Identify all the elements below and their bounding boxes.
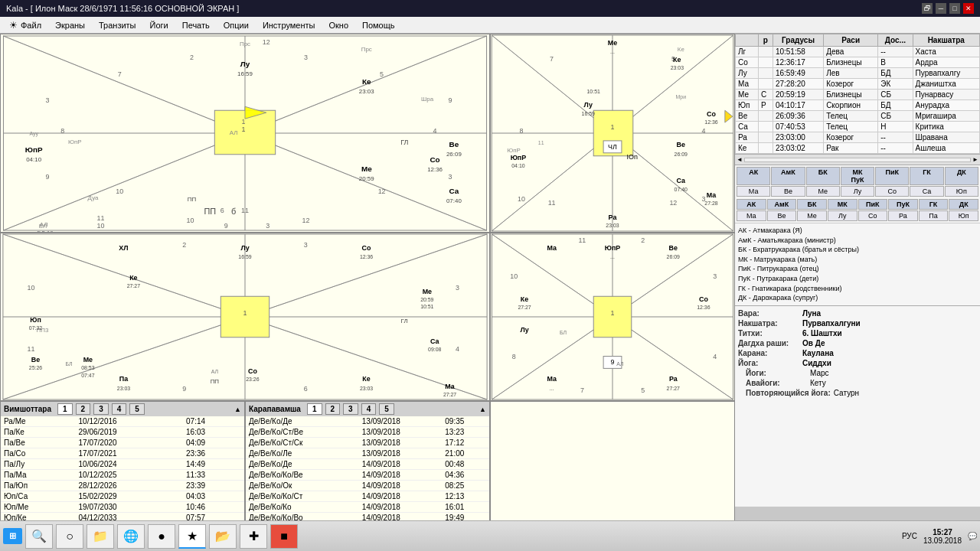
vimsottara-tab-1[interactable]: 1 [57, 403, 73, 415]
legend-dk: ДК - Дарακарака (супруг) [738, 293, 977, 303]
list-item[interactable]: Де/Ве/Ко/Ко/Ст14/09/201812:13 [246, 491, 489, 502]
dagdha-row: Дагдха раши: Ов Де [738, 339, 977, 347]
taskbar-red-app[interactable]: ■ [270, 524, 298, 549]
list-item[interactable]: Па/Со17/07/202123:36 [1, 448, 244, 459]
taskbar-plus[interactable]: ✚ [240, 524, 267, 549]
list-item[interactable]: Па/Ма10/12/202511:33 [1, 470, 244, 481]
vimsottara-tab-2[interactable]: 2 [76, 403, 91, 415]
svg-text:ЮпР: ЮпР [68, 139, 82, 145]
menu-screens[interactable]: Экраны [49, 19, 91, 31]
svg-text:10: 10 [116, 187, 123, 195]
svg-text:БЛ 10: БЛ 10 [37, 230, 54, 232]
close-btn[interactable]: ✕ [963, 3, 974, 14]
svg-text:ПП: ПП [211, 378, 220, 385]
taskbar-search[interactable]: 🔍 [25, 524, 53, 549]
svg-text:27:27: 27:27 [127, 283, 140, 289]
vimsottara-scroll[interactable]: Ра/Ме10/12/201607:14Па/Ке29/06/201916:03… [1, 416, 244, 531]
vimsottara-tab-4[interactable]: 4 [112, 403, 127, 415]
vimsottara-tab-3[interactable]: 3 [93, 403, 109, 415]
svg-text:7: 7 [118, 70, 122, 78]
list-item[interactable]: Де/Ве/Ко/Ст/Ск13/09/201817:12 [246, 438, 489, 448]
kalachakra-tab-2[interactable]: 2 [325, 403, 341, 415]
bottom-left-chart[interactable]: 1 Лу 16:59 Со 12:36 Ме 20:59 10:51 Са 09… [0, 233, 490, 401]
planet-row: Са07:40:53ТелецНКритика [736, 122, 980, 132]
kalachakra-scroll[interactable]: Де/Ве/Ко/Де13/09/201809:35Де/Ве/Ко/Ст/Ве… [246, 416, 489, 531]
svg-text:1: 1 [242, 126, 246, 133]
bottom-right-chart[interactable]: 1 ЮпР ... Be 26:09 Со 12:36 Ра 27:27 Ма [490, 233, 735, 401]
kalachakra-tab-3[interactable]: 3 [343, 403, 358, 415]
svg-text:1: 1 [611, 309, 615, 317]
list-item[interactable]: Юп/Са15/02/202904:03 [1, 491, 244, 502]
svg-text:...: ... [610, 254, 615, 259]
svg-text:Ке: Ке [362, 77, 371, 86]
kalachakra-tab-4[interactable]: 4 [361, 403, 377, 415]
menu-yoga[interactable]: Йоги [144, 19, 175, 31]
menu-file[interactable]: ☀ Файл [3, 18, 47, 32]
col-planet [736, 34, 759, 47]
list-item[interactable]: Па/Ке29/06/201916:03 [1, 427, 244, 438]
list-item[interactable]: Де/Ве/Ко/Де13/09/201809:35 [246, 416, 489, 427]
tithi-value: 6. Шаштхи [802, 329, 842, 337]
menu-help[interactable]: Помощь [356, 19, 401, 31]
list-item[interactable]: Де/Ве/Ко/Ко/Ве14/09/201804:36 [246, 470, 489, 481]
kalachakra-label: Карапавамша [249, 405, 301, 413]
list-item[interactable]: Па/Лу10/06/202414:49 [1, 459, 244, 470]
list-item[interactable]: Ра/Ме10/12/201607:14 [1, 416, 244, 427]
list-item[interactable]: Де/Ве/Ко/Де14/09/201800:48 [246, 459, 489, 470]
list-item[interactable]: Па/Ве17/07/202004:09 [1, 438, 244, 448]
menu-print[interactable]: Печать [176, 19, 216, 31]
table-scroll-bar[interactable]: ◄ ► [735, 155, 980, 165]
svg-text:12: 12 [263, 38, 270, 46]
svg-text:ЮпР: ЮпР [25, 145, 43, 154]
menu-transits[interactable]: Транзиты [93, 19, 142, 31]
list-item[interactable]: Де/Ве/Ко/Ок14/09/201808:25 [246, 481, 489, 491]
svg-text:04:10: 04:10 [26, 156, 41, 163]
list-item[interactable]: Де/Ве/Ко/Ст/Ве13/09/201813:23 [246, 427, 489, 438]
svg-text:12:36: 12:36 [704, 119, 718, 125]
restore-down-btn[interactable]: 🗗 [922, 3, 933, 14]
list-item[interactable]: Де/Ве/Ко/Ле13/09/201821:00 [246, 448, 489, 459]
svg-text:4: 4 [456, 345, 459, 353]
taskbar-notification[interactable]: 💬 [968, 532, 977, 540]
bottom-right-chart-svg: 1 ЮпР ... Be 26:09 Со 12:36 Ра 27:27 Ма [491, 233, 734, 400]
menu-window[interactable]: Окно [322, 19, 354, 31]
restore-btn[interactable]: □ [949, 3, 960, 14]
svg-text:Be: Be [669, 244, 678, 252]
svg-text:26:09: 26:09 [446, 151, 462, 158]
svg-text:12: 12 [378, 187, 386, 195]
svg-text:3: 3 [304, 241, 308, 249]
taskbar-chrome[interactable]: ● [148, 524, 175, 549]
svg-text:ЮпР: ЮпР [511, 154, 527, 161]
taskbar-explorer2[interactable]: 📂 [209, 524, 237, 549]
col-degrees: Градусы [773, 34, 823, 47]
svg-text:23:03: 23:03 [671, 65, 684, 70]
menu-instruments[interactable]: Инструменты [256, 19, 322, 31]
kalachakra-tab-1[interactable]: 1 [307, 403, 322, 415]
svg-text:10: 10 [96, 222, 104, 230]
list-item[interactable]: Де/Ве/Ко/Ко14/09/201816:01 [246, 502, 489, 513]
svg-text:26:09: 26:09 [667, 254, 680, 259]
yogi-row: Йоги: Марс [738, 369, 977, 377]
kalachakra-scroll-up[interactable]: ▲ [479, 406, 486, 413]
vimsottara-tab-5[interactable]: 5 [129, 403, 145, 415]
main-natal-chart[interactable]: 1 АЛ 5 4 7 8 12 11 [0, 34, 490, 233]
list-item[interactable]: Па/Юп28/12/202623:39 [1, 481, 244, 491]
taskbar-edge[interactable]: 🌐 [117, 524, 145, 549]
list-item[interactable]: Юп/Ме19/07/203010:46 [1, 502, 244, 513]
kalachakra-tab-5[interactable]: 5 [379, 403, 394, 415]
vimsottara-scroll-up[interactable]: ▲ [234, 406, 241, 413]
scroll-left-btn[interactable]: ◄ [737, 156, 743, 163]
svg-text:20:59: 20:59 [420, 297, 433, 302]
taskbar-kala[interactable]: ★ [178, 524, 206, 549]
navamsha-chart[interactable]: 1 5 4 7 8 11 10 12 3 Ке Ке 23:03 [490, 34, 735, 233]
scroll-right-btn[interactable]: ► [972, 156, 978, 163]
menu-options[interactable]: Опции [217, 19, 255, 31]
svg-text:Со: Со [707, 110, 716, 118]
minimize-btn[interactable]: ─ [936, 3, 946, 14]
clock-time: 15:27 [923, 528, 962, 536]
svg-text:27:27: 27:27 [518, 305, 531, 310]
taskbar-file-explorer[interactable]: 📁 [87, 524, 114, 549]
start-button[interactable]: ⊞ [3, 528, 22, 544]
taskbar-cortana[interactable]: ○ [56, 524, 83, 549]
svg-text:IOn: IOn [627, 153, 638, 161]
